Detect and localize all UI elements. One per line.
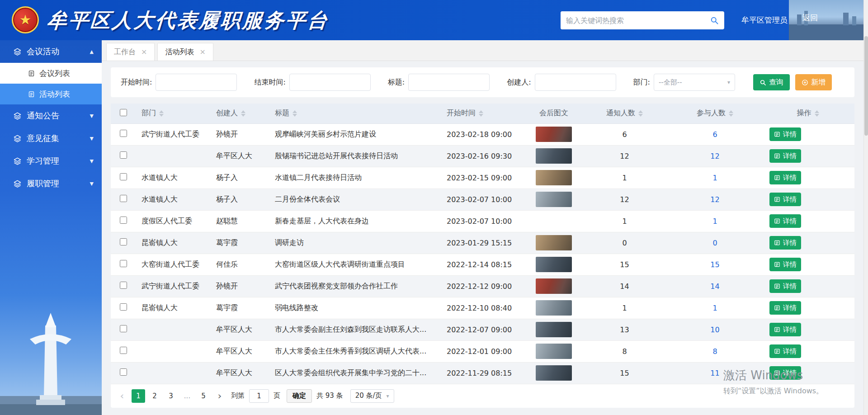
sort-icon[interactable] xyxy=(292,110,297,117)
search-icon[interactable] xyxy=(704,11,724,29)
department-select-value: --全部-- xyxy=(659,78,682,87)
sidebar-item-opinions[interactable]: 意见征集▼ xyxy=(0,127,102,150)
column-header[interactable]: 部门 xyxy=(136,104,211,123)
page-size-select[interactable]: 20 条/页 ▾ xyxy=(350,389,394,403)
back-button[interactable]: 返回 xyxy=(802,13,818,23)
detail-button[interactable]: 详情 xyxy=(769,171,801,184)
department-select[interactable]: --全部-- ▾ xyxy=(654,74,735,91)
column-header[interactable]: 参与人数 xyxy=(669,104,761,123)
scrollbar-thumb[interactable] xyxy=(864,36,868,136)
layers-icon xyxy=(14,48,21,56)
detail-button[interactable]: 详情 xyxy=(769,214,801,228)
detail-button[interactable]: 详情 xyxy=(769,344,801,358)
next-page-button[interactable]: › xyxy=(213,389,226,403)
sidebar-item-study[interactable]: 学习管理▼ xyxy=(0,150,102,172)
participant-count-link[interactable]: 1 xyxy=(712,217,717,226)
page-number-button[interactable]: 3 xyxy=(164,389,178,403)
detail-button[interactable]: 详情 xyxy=(769,279,801,293)
row-checkbox[interactable] xyxy=(120,282,127,289)
post-image-thumbnail[interactable] xyxy=(536,322,572,337)
post-image-thumbnail[interactable] xyxy=(536,344,572,359)
goto-page-input[interactable] xyxy=(249,389,269,403)
tab-workbench[interactable]: 工作台× xyxy=(106,43,155,61)
sort-icon[interactable] xyxy=(159,110,164,117)
page-number-button[interactable]: 1 xyxy=(132,389,145,403)
participant-count-link[interactable]: 0 xyxy=(712,239,717,247)
detail-button[interactable]: 详情 xyxy=(769,127,801,141)
title-input[interactable] xyxy=(408,74,490,91)
row-checkbox[interactable] xyxy=(120,130,127,137)
browser-scrollbar[interactable] xyxy=(863,0,868,415)
creator-input[interactable] xyxy=(535,74,616,91)
column-header[interactable]: 创建人 xyxy=(211,104,269,123)
row-checkbox[interactable] xyxy=(120,303,127,311)
end-time-input[interactable] xyxy=(289,74,371,91)
select-all-checkbox[interactable] xyxy=(120,109,127,116)
page: ★ 牟平区人大代表履职服务平台 牟平区管理员 返回 会议活动▲会议列表活动列表通… xyxy=(0,0,868,415)
query-button[interactable]: 查询 xyxy=(753,74,790,90)
post-image-thumbnail[interactable] xyxy=(536,257,572,272)
sort-icon[interactable] xyxy=(638,110,643,117)
column-header[interactable]: 开始时间 xyxy=(441,104,527,123)
detail-button[interactable]: 详情 xyxy=(769,236,801,250)
column-header[interactable]: 操作 xyxy=(761,104,854,123)
row-checkbox[interactable] xyxy=(120,325,127,332)
participant-count-link[interactable]: 1 xyxy=(712,304,717,312)
table-row: 武宁街道人代工委孙镜开武宁代表团视察党支部领办合作社工作2022-12-12 0… xyxy=(111,275,854,297)
sort-icon[interactable] xyxy=(729,110,733,117)
participant-count-link[interactable]: 1 xyxy=(712,174,717,182)
row-checkbox[interactable] xyxy=(120,217,127,224)
post-image-thumbnail[interactable] xyxy=(536,127,572,142)
column-header[interactable]: 通知人数 xyxy=(580,104,669,123)
sidebar-item-meetings[interactable]: 会议活动▲ xyxy=(0,40,102,63)
row-checkbox[interactable] xyxy=(120,260,127,267)
detail-button[interactable]: 详情 xyxy=(769,149,801,163)
participant-count-link[interactable]: 14 xyxy=(710,282,719,291)
search-input[interactable] xyxy=(561,11,704,29)
column-header[interactable]: 标题 xyxy=(269,104,441,123)
detail-button[interactable]: 详情 xyxy=(769,193,801,206)
post-image-thumbnail[interactable] xyxy=(536,235,572,250)
detail-button[interactable]: 详情 xyxy=(769,301,801,315)
post-image-thumbnail[interactable] xyxy=(536,148,572,164)
prev-page-button[interactable]: ‹ xyxy=(115,389,129,403)
close-icon[interactable]: × xyxy=(141,48,147,56)
post-image-thumbnail[interactable] xyxy=(536,300,572,316)
page-number-button[interactable]: 5 xyxy=(197,389,210,403)
post-image-thumbnail[interactable] xyxy=(536,170,572,185)
participant-count-link[interactable]: 12 xyxy=(710,195,719,204)
sort-icon[interactable] xyxy=(241,110,245,117)
sidebar-subitem-activity-list[interactable]: 活动列表 xyxy=(0,84,102,104)
post-image-thumbnail[interactable] xyxy=(536,192,572,207)
cell-post-image xyxy=(527,167,580,189)
sort-icon[interactable] xyxy=(815,110,819,117)
participant-count-link[interactable]: 8 xyxy=(712,347,717,356)
participant-count-link[interactable]: 15 xyxy=(710,260,719,269)
cell-creator: 葛宇霞 xyxy=(211,297,269,319)
row-checkbox[interactable] xyxy=(120,347,127,354)
start-time-input[interactable] xyxy=(156,74,237,91)
sidebar-subitem-meeting-list[interactable]: 会议列表 xyxy=(0,63,102,84)
row-checkbox[interactable] xyxy=(120,173,127,180)
participant-count-link[interactable]: 6 xyxy=(712,130,717,139)
sidebar-item-notices[interactable]: 通知公告▼ xyxy=(0,104,102,127)
row-checkbox[interactable] xyxy=(120,151,127,159)
row-checkbox[interactable] xyxy=(120,368,127,376)
row-checkbox[interactable] xyxy=(120,195,127,202)
participant-count-link[interactable]: 10 xyxy=(710,325,719,334)
page-number-button[interactable]: 2 xyxy=(148,389,161,403)
close-icon[interactable]: × xyxy=(199,48,205,56)
participant-count-link[interactable]: 12 xyxy=(710,152,719,160)
detail-button[interactable]: 详情 xyxy=(769,323,801,336)
participant-count-link[interactable]: 11 xyxy=(710,369,719,377)
row-checkbox[interactable] xyxy=(120,238,127,245)
post-image-thumbnail[interactable] xyxy=(536,278,572,294)
post-image-thumbnail[interactable] xyxy=(536,365,572,381)
tab-activity-list[interactable]: 活动列表× xyxy=(157,43,213,61)
add-button[interactable]: 新增 xyxy=(795,74,832,90)
confirm-button[interactable]: 确定 xyxy=(287,389,312,403)
sidebar-item-duty[interactable]: 履职管理▼ xyxy=(0,172,102,195)
detail-button[interactable]: 详情 xyxy=(769,258,801,271)
detail-icon xyxy=(774,131,780,137)
sort-icon[interactable] xyxy=(479,110,483,117)
